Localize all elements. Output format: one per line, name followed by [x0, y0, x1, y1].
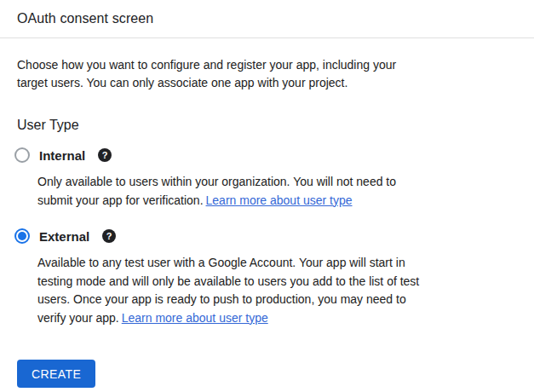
learn-more-link-internal[interactable]: Learn more about user type	[206, 193, 353, 207]
help-icon[interactable]: ?	[98, 148, 112, 162]
intro-text: Choose how you want to configure and reg…	[17, 56, 517, 92]
learn-more-link-external[interactable]: Learn more about user type	[122, 311, 268, 325]
radio-option-external[interactable]: External ?	[14, 228, 517, 244]
page-header: OAuth consent screen	[0, 0, 534, 38]
main-content: Choose how you want to configure and reg…	[0, 56, 534, 388]
radio-button-external[interactable]	[14, 228, 30, 244]
radio-label-external[interactable]: External	[39, 229, 89, 244]
radio-option-internal[interactable]: Internal ?	[14, 147, 517, 163]
external-description: Available to any test user with a Google…	[37, 254, 497, 327]
internal-description: Only available to users within your orga…	[37, 173, 497, 210]
radio-selected-dot	[18, 232, 26, 240]
create-button[interactable]: CREATE	[17, 360, 95, 388]
oauth-consent-page: OAuth consent screen Choose how you want…	[0, 0, 534, 392]
page-title: OAuth consent screen	[17, 11, 153, 26]
help-icon[interactable]: ?	[102, 229, 116, 243]
radio-button-internal[interactable]	[14, 147, 30, 163]
user-type-heading: User Type	[17, 118, 517, 133]
radio-label-internal[interactable]: Internal	[39, 148, 85, 163]
